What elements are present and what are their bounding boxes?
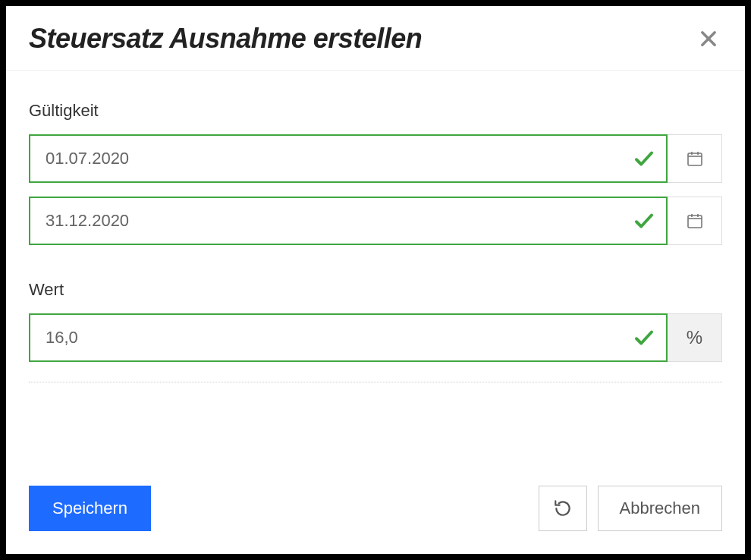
value-input[interactable]: [29, 313, 668, 362]
svg-rect-2: [688, 153, 702, 165]
modal-body: Gültigkeit: [6, 71, 745, 463]
date-to-wrap: [29, 197, 668, 245]
date-from-input[interactable]: [29, 134, 668, 183]
validity-label: Gültigkeit: [29, 101, 722, 121]
percent-addon: %: [668, 313, 722, 362]
date-from-row: [29, 134, 722, 183]
close-icon: [698, 28, 719, 49]
footer-actions-right: Abbrechen: [539, 486, 722, 531]
undo-button[interactable]: [539, 486, 587, 531]
modal-dialog: Steuersatz Ausnahme erstellen Gültigkeit: [0, 0, 751, 560]
modal-footer: Speichern Abbrechen: [6, 463, 745, 554]
svg-rect-6: [688, 216, 702, 228]
save-button[interactable]: Speichern: [29, 486, 151, 531]
calendar-icon: [686, 212, 704, 230]
cancel-button[interactable]: Abbrechen: [598, 486, 722, 531]
date-from-picker-button[interactable]: [668, 134, 722, 183]
footer-divider: [29, 382, 722, 382]
calendar-icon: [686, 149, 704, 168]
modal-header: Steuersatz Ausnahme erstellen: [6, 6, 745, 71]
undo-icon: [553, 499, 573, 518]
date-from-wrap: [29, 134, 668, 183]
modal-title: Steuersatz Ausnahme erstellen: [29, 23, 422, 55]
value-wrap: [29, 313, 668, 362]
date-to-row: [29, 197, 722, 245]
value-label: Wert: [29, 280, 722, 300]
date-to-input[interactable]: [29, 197, 668, 245]
value-row: %: [29, 313, 722, 362]
date-to-picker-button[interactable]: [668, 197, 722, 245]
close-button[interactable]: [695, 25, 722, 52]
